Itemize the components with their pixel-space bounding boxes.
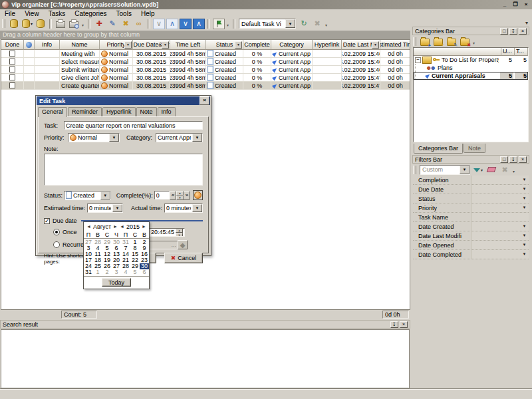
pin-icon[interactable]: ↧ [390,321,398,328]
chevron-down-icon[interactable]: ▾ [31,21,33,26]
column-header-info-icon[interactable] [24,40,35,50]
chevron-down-icon[interactable]: ▼ [520,231,529,240]
new-subcategory-icon[interactable]: ✦ [432,36,444,47]
filter-row-priority[interactable]: Priority▼ [413,203,529,213]
task-row[interactable]: Select measuresNormal30.08.20152399d 4h … [1,58,410,66]
prev-month-icon[interactable]: ◄ [86,224,91,229]
search-result-body[interactable] [1,329,410,388]
column-header-complete[interactable]: Complete [243,40,271,50]
column-header-total[interactable]: T... [515,48,528,56]
category-row-to-do-list-for-property-appraisers[interactable]: −To Do List for Property Appraisers55 [414,56,528,64]
filter-row-date-opened[interactable]: Date Opened▼ [413,241,529,250]
filter-row-date-created[interactable]: Date Created▼ [413,222,529,231]
apply-view-icon[interactable]: ↻ [298,19,310,29]
column-filter-button[interactable]: ▼ [372,41,379,49]
category-row-plans[interactable]: ☻☻Plans [414,64,528,72]
column-header-priority[interactable]: Priority▼ [100,40,133,50]
column-header-name[interactable]: Name [60,40,100,50]
clear-filter-icon[interactable]: ✖ [499,164,511,175]
column-header-done[interactable]: Done [1,40,24,50]
close-icon[interactable]: × [519,156,527,163]
next-month-icon[interactable]: ► [113,224,118,229]
tab-info[interactable]: Info [158,107,176,116]
next-year-icon[interactable]: ► [142,224,146,229]
toolbar-overflow-icon[interactable]: ▾ [473,41,475,45]
edit-task-icon[interactable]: ✎ [106,19,118,29]
minimize-button[interactable]: _ [500,1,509,9]
chevron-down-icon[interactable]: ▼ [520,241,529,249]
status-combo[interactable]: Created ▼ [64,191,111,200]
chevron-down-icon[interactable]: ▼ [520,176,529,184]
menu-tasks[interactable]: Tasks [44,10,70,17]
complete-spinner[interactable]: ▲▼ [176,191,184,200]
chevron-down-icon[interactable]: ▼ [520,250,529,259]
priority-coin-button[interactable] [193,190,203,200]
toolbar-grip[interactable] [2,19,5,28]
column-header-time-left[interactable]: Time Left [170,40,206,50]
calendar-day[interactable]: 6 [140,269,149,275]
step-min-button[interactable]: « [170,191,176,200]
go-to-date-icon[interactable] [213,19,225,29]
calendar-day[interactable]: 31 [84,269,93,275]
menu-categories[interactable]: Categories [70,10,111,17]
move-down-icon[interactable]: ∨ [153,19,165,29]
tab-note[interactable]: Note [136,107,157,116]
chevron-down-icon[interactable]: ▼ [285,19,295,28]
toolbar-overflow-icon[interactable]: ▾ [513,169,515,174]
new-category-icon[interactable]: ▸ [419,36,431,47]
apply-filter-icon[interactable]: ▾ [472,164,484,175]
estimated-time-combo[interactable]: 0 minutes ▼ [87,203,123,213]
close-icon[interactable]: × [400,321,408,328]
filter-row-task-name[interactable]: Task Name [413,213,529,222]
column-header-due-date-tir[interactable]: Due Date&Tir▼ [133,40,170,50]
tree-expand-icon[interactable]: − [415,57,421,63]
column-header-info[interactable]: Info [35,40,60,50]
calendar-day[interactable]: 1 [93,269,102,275]
menu-view[interactable]: View [20,10,44,17]
tab-general[interactable]: General [38,107,67,117]
print-preview-icon[interactable] [68,19,80,29]
move-up-icon[interactable]: ∧ [166,19,178,29]
filter-preset-combo[interactable]: Custom▼ [420,165,470,175]
filter-row-status[interactable]: Status▼ [413,194,529,203]
column-header-estimated-time[interactable]: Estimated Time [380,40,410,50]
column-header-hyperlink[interactable]: Hyperlink [313,40,342,50]
close-icon[interactable]: × [519,28,527,35]
calendar-day[interactable]: 5 [130,269,140,275]
filter-row-due-date[interactable]: Due Date▼ [413,185,529,194]
collapse-all-icon[interactable]: ∧ [193,19,205,29]
due-date-checkbox[interactable] [44,218,50,224]
maximize-icon[interactable]: □ [500,156,508,163]
new-task-icon[interactable]: ✚ [93,19,105,29]
delete-task-icon[interactable]: ✖ [120,19,132,29]
panel-tab-note[interactable]: Note [464,144,485,153]
delete-category-icon[interactable]: ✖ [459,36,471,47]
calendar-day[interactable]: 4 [121,269,130,275]
menu-tools[interactable]: Tools [112,10,136,17]
category-combo[interactable]: Current Appraisals ▼ [156,133,203,142]
edit-category-icon[interactable]: ✎ [446,36,458,47]
done-checkbox[interactable] [9,51,15,57]
filter-row-completion[interactable]: Completion▼ [413,176,529,185]
maximize-icon[interactable]: □ [500,28,508,35]
menu-help[interactable]: Help [136,10,160,17]
toolbar-overflow-icon[interactable]: ▾ [525,20,528,26]
prev-year-icon[interactable]: ◄ [120,224,124,229]
restore-button[interactable]: ❐ [511,1,520,9]
column-header-date-last-mo[interactable]: Date Last Mo▼ [342,40,380,50]
task-input[interactable]: Create quarter report on rental valuatio… [64,121,203,130]
task-row[interactable]: Give client JohnNormal30.08.20152399d 4h… [1,74,410,82]
column-filter-button[interactable]: ▼ [124,41,132,49]
done-checkbox[interactable] [9,82,15,88]
toolbar-overflow-icon[interactable]: ▾ [325,23,327,27]
calendar-day[interactable]: 3 [112,269,121,275]
dialog-titlebar[interactable]: Edit Task × [37,96,210,105]
filter-row-date-completed[interactable]: Date Completed▼ [413,250,529,259]
tab-reminder[interactable]: Reminder [68,107,102,116]
pin-icon[interactable]: ↧ [509,28,517,35]
done-checkbox[interactable] [9,59,15,65]
due-time-input[interactable]: 20:45:45 ▲▼ [149,228,185,237]
close-button[interactable]: × [521,1,531,9]
chevron-down-icon[interactable]: ▼ [109,134,119,142]
category-row-current-appraisals[interactable]: Current Appraisals55 [414,72,528,80]
